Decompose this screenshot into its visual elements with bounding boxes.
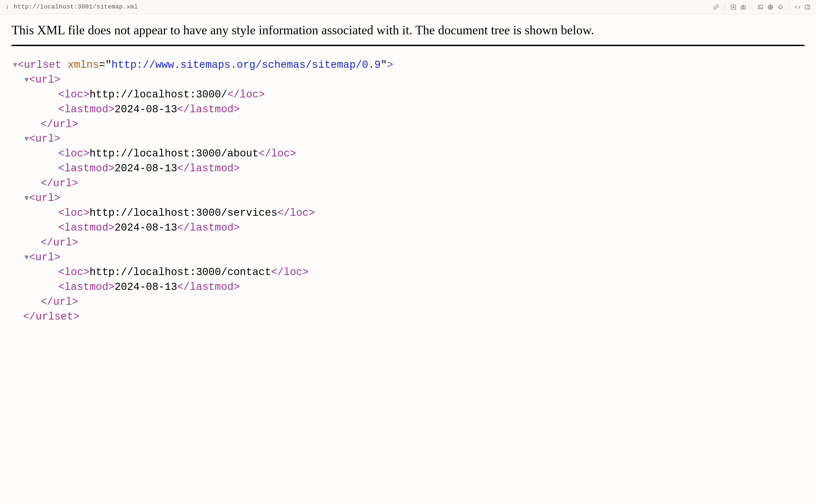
loc-element: <loc>http://localhost:3000/services</loc… [12, 206, 804, 220]
toolbar-separator [725, 4, 725, 11]
tag-name: </url> [41, 296, 78, 308]
tag-name: <url> [29, 251, 60, 263]
svg-rect-6 [805, 5, 810, 9]
loc-value: http://localhost:3000/about [90, 148, 259, 159]
tag-name: <urlset [18, 59, 62, 71]
url-open-tag[interactable]: ▼<url> [12, 72, 804, 87]
camera-icon[interactable] [739, 2, 748, 12]
code-icon[interactable] [793, 2, 802, 12]
svg-rect-1 [741, 6, 746, 9]
url-close-tag: </url> [12, 235, 804, 250]
tag-name: <loc> [58, 266, 90, 278]
tag-name: <loc> [58, 207, 90, 219]
url-close-tag: </url> [12, 295, 804, 309]
tag-name: <url> [29, 74, 60, 86]
toolbar-separator [752, 4, 752, 11]
tag-close-bracket: > [387, 59, 393, 71]
terminal-icon[interactable] [756, 2, 765, 12]
svg-point-5 [779, 5, 782, 9]
url-close-tag: </url> [12, 117, 804, 132]
urlset-close-tag: </urlset> [12, 309, 804, 324]
loc-element: <loc>http://localhost:3000/about</loc> [12, 146, 804, 161]
lastmod-element: <lastmod>2024-08-13</lastmod> [12, 220, 804, 235]
tag-name: <url> [29, 133, 60, 145]
tag-name: </url> [41, 237, 78, 248]
svg-rect-3 [758, 5, 763, 9]
loc-value: http://localhost:3000/contact [90, 266, 271, 278]
lastmod-value: 2024-08-13 [114, 222, 177, 234]
page-content: This XML file does not appear to have an… [0, 14, 816, 332]
tag-name: </loc> [227, 89, 265, 100]
url-close-tag: </url> [12, 176, 804, 191]
tag-name: <loc> [58, 148, 90, 159]
tag-name: </url> [41, 177, 78, 189]
urlset-open-tag[interactable]: ▼<urlset xmlns="http://www.sitemaps.org/… [12, 58, 804, 72]
lastmod-value: 2024-08-13 [114, 163, 177, 174]
address-url[interactable]: http://localhost:3001/sitemap.xml [14, 4, 138, 10]
tag-name: <lastmod> [58, 163, 114, 174]
tag-name: <lastmod> [58, 103, 114, 115]
download-icon[interactable] [729, 2, 738, 12]
xml-tree: ▼<urlset xmlns="http://www.sitemaps.org/… [12, 58, 804, 324]
tag-name: <lastmod> [58, 222, 114, 234]
tag-name: <url> [29, 192, 60, 204]
globe-icon[interactable] [766, 2, 775, 12]
tag-name: </url> [41, 118, 78, 130]
loc-value: http://localhost:3000/services [90, 207, 277, 219]
tag-name: </lastmod> [177, 222, 240, 234]
attr-name: xmlns [68, 59, 99, 71]
tag-name: </urlset> [23, 311, 79, 323]
xmlns-value: http://www.sitemaps.org/schemas/sitemap/… [111, 59, 381, 71]
toolbar-separator [789, 4, 789, 11]
tag-name: <loc> [58, 89, 90, 100]
info-icon[interactable]: i [4, 4, 10, 11]
tag-name: </lastmod> [177, 103, 240, 115]
loc-value: http://localhost:3000/ [90, 89, 227, 100]
tag-name: </loc> [271, 266, 309, 278]
url-open-tag[interactable]: ▼<url> [12, 250, 804, 265]
lastmod-element: <lastmod>2024-08-13</lastmod> [12, 280, 804, 295]
tag-name: </lastmod> [177, 281, 240, 293]
lastmod-element: <lastmod>2024-08-13</lastmod> [12, 102, 804, 117]
tag-name: </lastmod> [177, 163, 240, 174]
tag-name: </loc> [259, 148, 296, 159]
url-open-tag[interactable]: ▼<url> [12, 131, 804, 146]
link-icon[interactable] [711, 2, 721, 12]
lastmod-value: 2024-08-13 [114, 103, 177, 115]
browser-toolbar: i http://localhost:3001/sitemap.xml [0, 0, 816, 14]
loc-element: <loc>http://localhost:3000/</loc> [12, 87, 804, 102]
tag-name: <lastmod> [58, 281, 114, 293]
lastmod-element: <lastmod>2024-08-13</lastmod> [12, 161, 804, 176]
tag-name: </loc> [277, 207, 315, 219]
divider [12, 45, 804, 46]
xml-no-style-notice: This XML file does not appear to have an… [12, 22, 780, 39]
svg-point-2 [742, 7, 744, 8]
panel-icon[interactable] [803, 2, 812, 12]
loc-element: <loc>http://localhost:3000/contact</loc> [12, 265, 804, 280]
url-open-tag[interactable]: ▼<url> [12, 191, 804, 206]
lastmod-value: 2024-08-13 [114, 281, 177, 293]
toolbar-right [711, 2, 812, 12]
toolbar-left: i http://localhost:3001/sitemap.xml [4, 4, 138, 11]
crosshair-icon[interactable] [776, 2, 785, 12]
